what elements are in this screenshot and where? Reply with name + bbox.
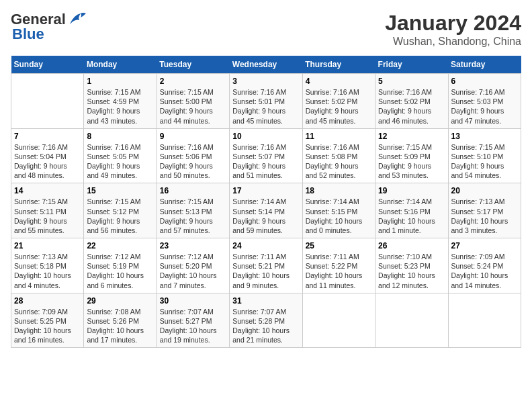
week-row-3: 14Sunrise: 7:15 AMSunset: 5:11 PMDayligh… [11, 183, 521, 238]
day-number: 11 [306, 132, 372, 141]
day-number: 21 [14, 241, 81, 250]
day-info: Sunrise: 7:12 AMSunset: 5:20 PMDaylight:… [160, 252, 226, 290]
day-number: 25 [306, 241, 372, 250]
day-number: 4 [306, 77, 372, 86]
calendar-cell: 16Sunrise: 7:15 AMSunset: 5:13 PMDayligh… [157, 183, 229, 238]
day-info: Sunrise: 7:16 AMSunset: 5:07 PMDaylight:… [232, 142, 299, 181]
calendar-cell: 10Sunrise: 7:16 AMSunset: 5:07 PMDayligh… [230, 128, 302, 183]
day-number: 12 [378, 132, 445, 141]
day-info: Sunrise: 7:16 AMSunset: 5:02 PMDaylight:… [306, 87, 372, 126]
day-number: 7 [14, 132, 81, 141]
day-number: 1 [87, 77, 153, 86]
day-info: Sunrise: 7:16 AMSunset: 5:01 PMDaylight:… [232, 87, 299, 126]
day-info: Sunrise: 7:16 AMSunset: 5:05 PMDaylight:… [87, 142, 153, 181]
calendar-cell: 27Sunrise: 7:09 AMSunset: 5:24 PMDayligh… [448, 238, 521, 293]
day-number: 16 [160, 186, 226, 195]
logo-bird-icon [67, 12, 86, 27]
calendar-body: 1Sunrise: 7:15 AMSunset: 4:59 PMDaylight… [11, 74, 521, 348]
day-number: 26 [378, 241, 445, 250]
day-number: 10 [232, 132, 299, 141]
day-number: 2 [160, 77, 226, 86]
day-info: Sunrise: 7:12 AMSunset: 5:19 PMDaylight:… [87, 252, 153, 290]
calendar-cell: 17Sunrise: 7:14 AMSunset: 5:14 PMDayligh… [230, 183, 302, 238]
calendar-cell [11, 74, 84, 129]
calendar-cell [302, 293, 375, 348]
weekday-header-row: SundayMondayTuesdayWednesdayThursdayFrid… [11, 56, 521, 74]
day-info: Sunrise: 7:16 AMSunset: 5:03 PMDaylight:… [451, 87, 518, 126]
calendar-cell: 22Sunrise: 7:12 AMSunset: 5:19 PMDayligh… [84, 238, 157, 293]
calendar-cell: 3Sunrise: 7:16 AMSunset: 5:01 PMDaylight… [230, 74, 302, 129]
day-number: 15 [87, 186, 153, 195]
weekday-wednesday: Wednesday [230, 56, 302, 74]
calendar-cell [375, 293, 448, 348]
day-number: 28 [14, 296, 81, 306]
logo: General Blue [11, 11, 86, 43]
week-row-4: 21Sunrise: 7:13 AMSunset: 5:18 PMDayligh… [11, 238, 521, 293]
calendar-cell: 4Sunrise: 7:16 AMSunset: 5:02 PMDaylight… [302, 74, 375, 129]
day-info: Sunrise: 7:14 AMSunset: 5:14 PMDaylight:… [232, 197, 299, 235]
day-info: Sunrise: 7:15 AMSunset: 5:10 PMDaylight:… [451, 142, 518, 181]
day-info: Sunrise: 7:11 AMSunset: 5:22 PMDaylight:… [306, 252, 372, 290]
calendar-cell: 1Sunrise: 7:15 AMSunset: 4:59 PMDaylight… [84, 74, 157, 129]
weekday-thursday: Thursday [302, 56, 375, 74]
calendar-cell: 20Sunrise: 7:13 AMSunset: 5:17 PMDayligh… [448, 183, 521, 238]
week-row-5: 28Sunrise: 7:09 AMSunset: 5:25 PMDayligh… [11, 293, 521, 348]
day-info: Sunrise: 7:11 AMSunset: 5:21 PMDaylight:… [232, 252, 299, 290]
page-title: January 2024 [385, 11, 521, 36]
day-number: 24 [232, 241, 299, 250]
calendar-cell: 19Sunrise: 7:14 AMSunset: 5:16 PMDayligh… [375, 183, 448, 238]
weekday-monday: Monday [84, 56, 157, 74]
calendar-cell: 2Sunrise: 7:15 AMSunset: 5:00 PMDaylight… [157, 74, 229, 129]
calendar-cell: 31Sunrise: 7:07 AMSunset: 5:28 PMDayligh… [230, 293, 302, 348]
weekday-saturday: Saturday [448, 56, 521, 74]
day-info: Sunrise: 7:15 AMSunset: 5:09 PMDaylight:… [378, 142, 445, 181]
day-info: Sunrise: 7:09 AMSunset: 5:24 PMDaylight:… [451, 252, 518, 290]
day-info: Sunrise: 7:15 AMSunset: 5:13 PMDaylight:… [160, 197, 226, 235]
calendar-cell: 30Sunrise: 7:07 AMSunset: 5:27 PMDayligh… [157, 293, 229, 348]
day-number: 31 [232, 296, 299, 306]
calendar-cell: 29Sunrise: 7:08 AMSunset: 5:26 PMDayligh… [84, 293, 157, 348]
calendar-cell: 8Sunrise: 7:16 AMSunset: 5:05 PMDaylight… [84, 128, 157, 183]
day-info: Sunrise: 7:15 AMSunset: 5:12 PMDaylight:… [87, 197, 153, 235]
day-info: Sunrise: 7:13 AMSunset: 5:17 PMDaylight:… [451, 197, 518, 235]
day-info: Sunrise: 7:15 AMSunset: 4:59 PMDaylight:… [87, 87, 153, 126]
day-number: 8 [87, 132, 153, 141]
page-header: General Blue January 2024 Wushan, Shando… [11, 11, 521, 48]
day-info: Sunrise: 7:13 AMSunset: 5:18 PMDaylight:… [14, 252, 81, 290]
day-number: 29 [87, 296, 153, 306]
calendar-cell: 18Sunrise: 7:14 AMSunset: 5:15 PMDayligh… [302, 183, 375, 238]
day-info: Sunrise: 7:15 AMSunset: 5:00 PMDaylight:… [160, 87, 226, 126]
weekday-friday: Friday [375, 56, 448, 74]
calendar-cell: 21Sunrise: 7:13 AMSunset: 5:18 PMDayligh… [11, 238, 84, 293]
calendar-cell: 14Sunrise: 7:15 AMSunset: 5:11 PMDayligh… [11, 183, 84, 238]
day-number: 27 [451, 241, 518, 250]
day-info: Sunrise: 7:14 AMSunset: 5:15 PMDaylight:… [306, 197, 372, 235]
logo-blue: Blue [12, 26, 44, 43]
day-info: Sunrise: 7:14 AMSunset: 5:16 PMDaylight:… [378, 197, 445, 235]
day-info: Sunrise: 7:16 AMSunset: 5:04 PMDaylight:… [14, 142, 81, 181]
calendar-cell: 12Sunrise: 7:15 AMSunset: 5:09 PMDayligh… [375, 128, 448, 183]
calendar-cell: 28Sunrise: 7:09 AMSunset: 5:25 PMDayligh… [11, 293, 84, 348]
day-info: Sunrise: 7:10 AMSunset: 5:23 PMDaylight:… [378, 252, 445, 290]
day-number: 5 [378, 77, 445, 86]
weekday-sunday: Sunday [11, 56, 84, 74]
weekday-tuesday: Tuesday [157, 56, 229, 74]
day-info: Sunrise: 7:08 AMSunset: 5:26 PMDaylight:… [87, 307, 153, 345]
calendar-cell: 13Sunrise: 7:15 AMSunset: 5:10 PMDayligh… [448, 128, 521, 183]
day-number: 6 [451, 77, 518, 86]
day-number: 20 [451, 186, 518, 195]
calendar-cell [448, 293, 521, 348]
day-info: Sunrise: 7:07 AMSunset: 5:28 PMDaylight:… [232, 307, 299, 345]
calendar-cell: 7Sunrise: 7:16 AMSunset: 5:04 PMDaylight… [11, 128, 84, 183]
day-number: 13 [451, 132, 518, 141]
day-info: Sunrise: 7:16 AMSunset: 5:06 PMDaylight:… [160, 142, 226, 181]
calendar-cell: 23Sunrise: 7:12 AMSunset: 5:20 PMDayligh… [157, 238, 229, 293]
week-row-2: 7Sunrise: 7:16 AMSunset: 5:04 PMDaylight… [11, 128, 521, 183]
day-number: 30 [160, 296, 226, 306]
calendar-cell: 11Sunrise: 7:16 AMSunset: 5:08 PMDayligh… [302, 128, 375, 183]
calendar-table: SundayMondayTuesdayWednesdayThursdayFrid… [11, 56, 521, 348]
day-info: Sunrise: 7:15 AMSunset: 5:11 PMDaylight:… [14, 197, 81, 235]
day-info: Sunrise: 7:16 AMSunset: 5:08 PMDaylight:… [306, 142, 372, 181]
calendar-cell: 6Sunrise: 7:16 AMSunset: 5:03 PMDaylight… [448, 74, 521, 129]
calendar-cell: 26Sunrise: 7:10 AMSunset: 5:23 PMDayligh… [375, 238, 448, 293]
